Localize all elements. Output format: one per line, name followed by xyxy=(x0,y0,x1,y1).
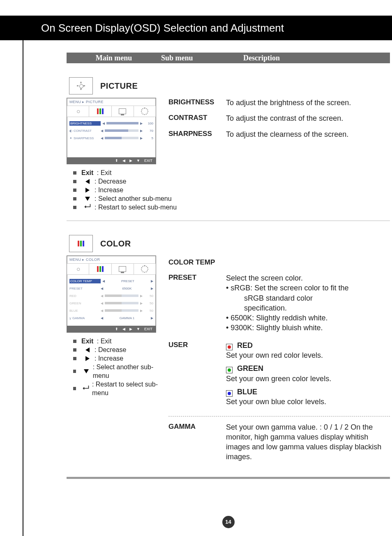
section-color: COLOR MENU ▸ COLOR COLO xyxy=(67,235,390,479)
legend-increase: : Increase xyxy=(95,186,123,194)
osd-tab-display-icon xyxy=(112,106,134,117)
osd-breadcrumb: MENU ▸ PICTURE xyxy=(67,98,156,106)
osd-val-sharpness: 5 xyxy=(144,136,153,140)
triangle-right-icon xyxy=(81,356,94,361)
osd-item-red: RED xyxy=(69,294,99,298)
legend-exit-label: Exit xyxy=(81,168,93,177)
desc-brightness: To adjust the brightness of the screen. xyxy=(226,98,390,108)
column-header-row: Main menu Sub menu Description xyxy=(67,53,390,63)
section-picture: PICTURE MENU ▸ PICTURE xyxy=(67,77,390,221)
osd-tab-picture-icon xyxy=(67,106,89,117)
triangle-left-icon xyxy=(81,347,94,352)
osd-breadcrumb-color: MENU ▸ COLOR xyxy=(67,256,156,263)
triangle-down-icon xyxy=(81,197,94,201)
return-up-icon: ⮠ xyxy=(81,384,91,393)
desc-contrast: To adjust the contrast of the screen. xyxy=(226,113,390,123)
green-chip-icon xyxy=(226,367,233,373)
osd-preview-picture: MENU ▸ PICTURE BRIGHTNESS ◀▶ 100 xyxy=(67,98,156,164)
osd-tab-others-icon xyxy=(134,264,156,274)
divider xyxy=(67,221,390,221)
osd-item-blue: BLUE xyxy=(69,309,99,313)
legend-exit-desc: : Exit xyxy=(97,168,112,177)
sub-contrast: CONTRAST xyxy=(168,113,226,123)
sub-brightness: BRIGHTNESS xyxy=(168,98,226,108)
picture-descriptions: BRIGHTNESS To adjust the brightness of t… xyxy=(161,98,390,164)
osd-tab-color-icon xyxy=(89,106,111,117)
osd-item-preset: PRESET xyxy=(69,287,99,290)
triangle-right-icon xyxy=(81,188,94,193)
osd-footer-color: ⬆◀▶▼EXIT xyxy=(67,326,156,332)
return-up-icon: ⮠ xyxy=(81,203,94,212)
desc-sharpness: To adjust the clearness of the screen. xyxy=(226,129,390,139)
color-descriptions: COLOR TEMP PRESET Select the screen colo… xyxy=(161,255,390,468)
osd-item-sharpness: ✦ SHARPNESS xyxy=(69,136,99,140)
page-header: On Screen Display(OSD) Selection and Adj… xyxy=(0,16,392,40)
blue-chip-icon xyxy=(226,390,233,397)
osd-val-contrast: 70 xyxy=(144,129,153,133)
col-main: Main menu xyxy=(67,54,161,62)
legend-picture: Exit : Exit : Decrease : Increase : Sele… xyxy=(73,168,390,212)
red-chip-icon xyxy=(226,344,233,350)
page-title: On Screen Display(OSD) Selection and Adj… xyxy=(41,22,284,35)
section-title-color: COLOR xyxy=(100,239,131,248)
col-desc: Description xyxy=(239,54,390,62)
desc-preset: Select the screen color. sRGB: Set the s… xyxy=(226,273,390,333)
section-title-picture: PICTURE xyxy=(100,81,138,91)
osd-preview-color: MENU ▸ COLOR COLOR TEMP ◀PRESET▶ xyxy=(67,255,156,333)
sub-preset: PRESET xyxy=(168,273,226,333)
legend-restart: : Restart to select sub-menu xyxy=(95,203,177,212)
page-number: 14 xyxy=(222,516,235,528)
col-sub: Sub menu xyxy=(161,54,239,62)
triangle-down-icon xyxy=(81,369,92,373)
sub-gamma: GAMMA xyxy=(168,422,226,462)
desc-gamma: Set your own gamma value. : 0 / 1 / 2 On… xyxy=(226,422,390,462)
sub-sharpness: SHARPNESS xyxy=(168,129,226,139)
brightness-icon xyxy=(69,77,93,94)
legend-decrease: : Decrease xyxy=(95,177,126,186)
legend-select: : Select another sub-menu xyxy=(95,194,172,203)
osd-tab-others-icon xyxy=(134,106,156,117)
osd-item-green: GREEN xyxy=(69,301,99,305)
osd-item-gamma: γ GAMMA xyxy=(69,316,99,320)
desc-user: RED Set your own red color levels. GREEN… xyxy=(226,340,390,410)
osd-footer: ⬆◀▶▼EXIT xyxy=(67,157,156,164)
sub-user: USER xyxy=(168,340,226,410)
osd-item-brightness: BRIGHTNESS xyxy=(69,121,101,126)
osd-item-contrast: ◐ CONTRAST xyxy=(69,129,99,133)
section-end-divider xyxy=(67,477,390,479)
legend-color: Exit : Exit : Decrease : Increase : Sele… xyxy=(73,337,161,397)
triangle-left-icon xyxy=(81,179,94,184)
osd-val-brightness: 100 xyxy=(144,122,153,125)
osd-tab-color-icon xyxy=(89,264,111,274)
osd-tab-picture-icon xyxy=(67,264,89,274)
osd-tab-display-icon xyxy=(112,264,134,274)
group-colortemp: COLOR TEMP xyxy=(168,258,390,267)
osd-item-colortemp: COLOR TEMP xyxy=(69,279,101,283)
color-bars-icon xyxy=(69,235,93,252)
dashed-divider xyxy=(168,416,390,416)
